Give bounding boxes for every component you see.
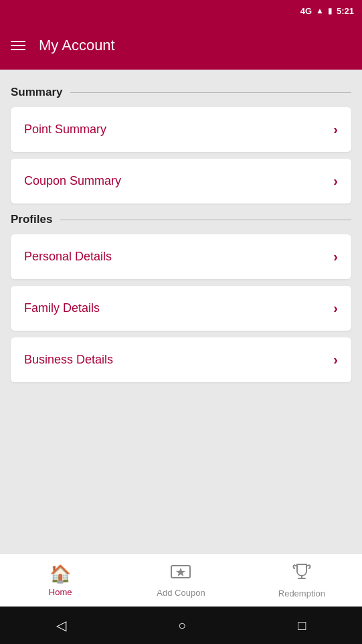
back-button[interactable]: ◁ [56,617,66,633]
nav-home-label: Home [49,587,72,597]
battery-icon: ▮ [328,6,333,15]
nav-redemption-label: Redemption [278,588,325,598]
personal-details-item[interactable]: Personal Details › [11,234,351,279]
menu-button[interactable] [11,41,25,50]
system-nav-bar: ◁ ○ □ [0,607,362,644]
app-header: My Account [0,21,362,70]
profiles-divider [60,220,351,220]
network-indicator: 4G [300,6,312,16]
coupon-summary-label: Coupon Summary [24,174,121,188]
coupon-icon [171,563,191,585]
business-details-label: Business Details [24,353,113,367]
summary-divider [70,92,351,93]
business-details-item[interactable]: Business Details › [11,337,351,382]
coupon-summary-item[interactable]: Coupon Summary › [11,159,351,204]
chevron-right-icon: › [333,122,338,137]
chevron-right-icon: › [333,173,338,189]
chevron-right-icon: › [333,249,338,264]
home-button[interactable]: ○ [178,618,186,633]
nav-home[interactable]: 🏠 Home [0,554,120,607]
recents-button[interactable]: □ [298,618,306,633]
chevron-right-icon: › [333,301,338,316]
summary-section-title: Summary [11,86,62,99]
nav-add-coupon-label: Add Coupon [157,588,205,598]
home-icon: 🏠 [50,564,71,584]
profiles-section-title: Profiles [11,213,52,226]
personal-details-label: Personal Details [24,250,112,264]
family-details-label: Family Details [24,301,100,315]
chevron-right-icon: › [333,352,338,368]
page-title: My Account [39,37,115,54]
point-summary-item[interactable]: Point Summary › [11,107,351,152]
family-details-item[interactable]: Family Details › [11,286,351,331]
point-summary-label: Point Summary [24,123,106,137]
main-content: Summary Point Summary › Coupon Summary ›… [0,70,362,553]
summary-section-header: Summary [11,86,351,99]
trophy-icon [292,562,311,586]
profiles-section-header: Profiles [11,213,351,226]
svg-rect-2 [298,578,306,579]
nav-add-coupon[interactable]: Add Coupon [120,554,241,607]
svg-marker-1 [176,568,185,576]
bottom-nav: 🏠 Home Add Coupon Redemption [0,553,362,607]
time-display: 5:21 [337,6,354,16]
signal-icon: ▲ [316,6,324,15]
nav-redemption[interactable]: Redemption [242,554,362,607]
status-bar: 4G ▲ ▮ 5:21 [0,0,362,21]
